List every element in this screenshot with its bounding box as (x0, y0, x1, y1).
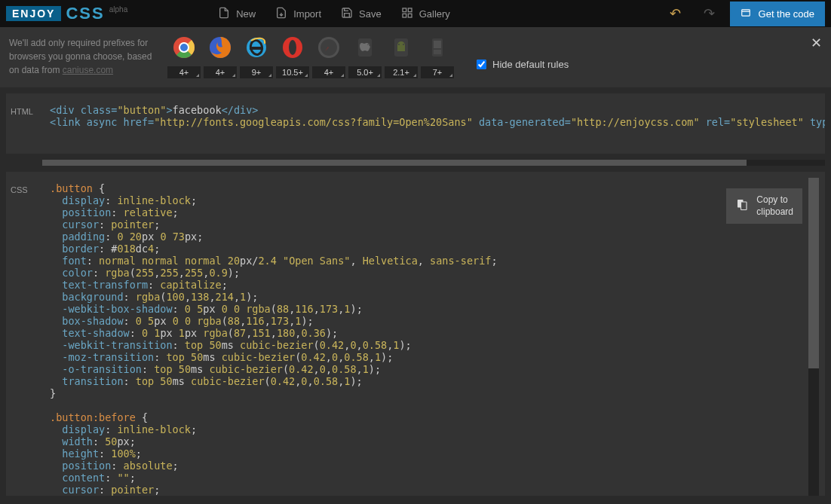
browser-firefox[interactable]: 4+ (204, 36, 237, 78)
get-code-label: Get the code (759, 8, 814, 20)
css-pane-label: CSS (6, 172, 42, 496)
svg-rect-27 (741, 202, 747, 210)
browser-list: 4+4+9+10.5+4+5.0+2.1+7+ (167, 36, 454, 78)
browser-version[interactable]: 9+ (240, 66, 273, 78)
svg-point-22 (403, 44, 404, 45)
get-code-button[interactable]: Get the code (730, 2, 825, 26)
svg-rect-1 (408, 8, 412, 12)
browser-opera[interactable]: 10.5+ (276, 36, 309, 78)
ie-icon (245, 36, 268, 59)
browser-version[interactable]: 5.0+ (348, 66, 382, 78)
browser-ios[interactable]: 5.0+ (348, 36, 382, 78)
opera-icon (281, 36, 304, 59)
browser-blackberry[interactable]: 7+ (421, 36, 454, 78)
safari-icon (317, 36, 340, 59)
code-icon (741, 8, 751, 20)
hide-default-label: Hide default rules (492, 59, 569, 70)
nav-gallery[interactable]: Gallery (394, 2, 458, 26)
logo-css: CSS (66, 4, 104, 23)
html-pane-label: HTML (6, 93, 42, 154)
css-code-area[interactable]: .button { display: inline-block; positio… (42, 172, 825, 496)
css-pane: CSS .button { display: inline-block; pos… (6, 172, 825, 496)
copy-icon (735, 197, 749, 215)
nav-label: Save (359, 8, 382, 20)
gallery-icon (401, 7, 413, 21)
browser-version[interactable]: 4+ (167, 66, 201, 78)
browser-chrome[interactable]: 4+ (167, 36, 201, 78)
svg-rect-3 (408, 14, 412, 17)
android-icon (390, 36, 412, 59)
browser-safari[interactable]: 4+ (312, 36, 345, 78)
nav-import[interactable]: Import (268, 2, 329, 26)
undo-icon[interactable]: ↶ (670, 5, 681, 22)
nav-label: Gallery (419, 8, 450, 20)
history-icons: ↶ ↷ (670, 5, 715, 22)
svg-point-16 (289, 40, 296, 55)
logo: ENJOY CSS alpha (6, 4, 127, 23)
browser-version[interactable]: 4+ (204, 66, 237, 78)
caniuse-link[interactable]: caniuse.com (63, 65, 113, 75)
browser-version[interactable]: 2.1+ (385, 66, 418, 78)
svg-rect-0 (403, 8, 406, 12)
css-scroll-vertical[interactable] (808, 178, 819, 496)
prefix-text: We'll add only required prefixes for bro… (9, 36, 152, 77)
nav-label: New (236, 8, 256, 20)
logo-enjoy: ENJOY (6, 6, 61, 21)
html-scroll-horizontal[interactable] (42, 160, 825, 166)
svg-rect-24 (434, 41, 441, 48)
import-icon (275, 7, 287, 21)
logo-alpha: alpha (109, 5, 127, 14)
svg-point-9 (180, 44, 188, 51)
close-icon[interactable]: ✕ (811, 35, 822, 51)
hide-default-checkbox[interactable] (477, 60, 486, 69)
redo-icon[interactable]: ↷ (704, 5, 715, 22)
svg-rect-14 (250, 47, 263, 50)
html-pane: HTML <div class="button">facebook</div> … (6, 93, 825, 154)
svg-point-21 (398, 44, 400, 45)
firefox-icon (209, 36, 232, 59)
html-code-area[interactable]: <div class="button">facebook</div> <link… (42, 93, 825, 154)
copy-clipboard-button[interactable]: Copy to clipboard (726, 188, 802, 224)
nav-new[interactable]: New (210, 2, 263, 26)
nav-save[interactable]: Save (333, 2, 389, 26)
nav-items: NewImportSaveGallery (210, 2, 458, 26)
copy-label: Copy to clipboard (756, 194, 793, 218)
new-icon (218, 7, 230, 21)
browser-android[interactable]: 2.1+ (385, 36, 418, 78)
blackberry-icon (426, 36, 449, 59)
svg-rect-25 (434, 50, 441, 54)
browser-version[interactable]: 10.5+ (276, 66, 309, 78)
browser-version[interactable]: 7+ (421, 66, 454, 78)
main-header: ENJOY CSS alpha NewImportSaveGallery ↶ ↷… (0, 0, 831, 27)
prefix-bar: We'll add only required prefixes for bro… (0, 27, 831, 87)
chrome-icon (173, 36, 195, 59)
svg-rect-2 (403, 14, 406, 17)
browser-ie[interactable]: 9+ (240, 36, 273, 78)
hide-default-toggle[interactable]: Hide default rules (477, 59, 569, 70)
svg-rect-4 (741, 9, 750, 15)
nav-label: Import (293, 8, 321, 20)
header-right: ↶ ↷ Get the code (670, 2, 825, 26)
ios-icon (354, 36, 376, 59)
browser-version[interactable]: 4+ (312, 66, 345, 78)
save-icon (341, 7, 353, 21)
